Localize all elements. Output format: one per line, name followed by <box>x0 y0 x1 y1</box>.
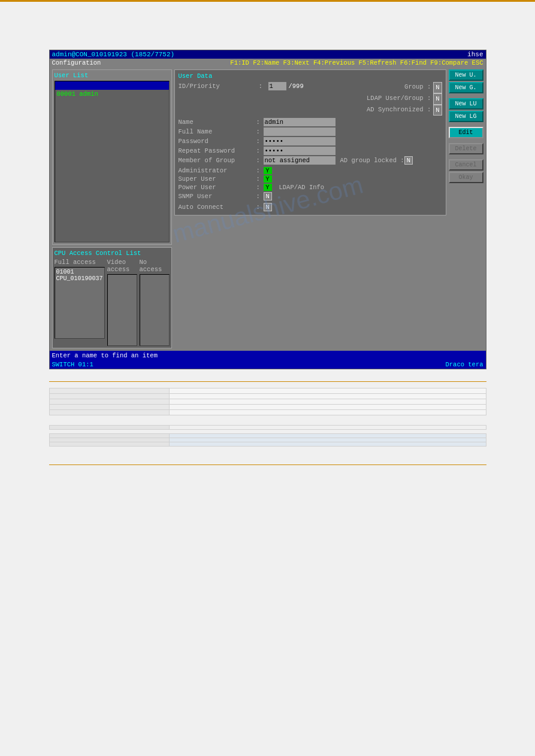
top-decorative-line <box>0 0 535 2</box>
table-row <box>49 399 486 405</box>
fullname-row: Full Name : <box>179 127 442 136</box>
ad-group-locked-value: N <box>404 156 413 165</box>
member-group-input[interactable] <box>264 156 335 165</box>
repeat-password-label: Repeat Password <box>179 147 256 154</box>
administrator-label: Administrator <box>179 167 256 174</box>
member-group-row: Member of Group : AD group locked : N <box>179 156 442 165</box>
ad-group-locked-label: AD group locked : <box>340 157 404 164</box>
table-row <box>49 410 486 415</box>
id-input[interactable] <box>268 82 286 90</box>
table-row <box>49 442 486 447</box>
bottom-orange-line <box>49 381 486 382</box>
user-list-section: User List 00001 admin <box>52 69 172 245</box>
acl-full-access-label: Full access <box>55 259 105 266</box>
user-data-section: User Data ID/Priority : /999 Group : <box>174 69 446 215</box>
ad-row: AD Synchronized : N <box>367 105 442 116</box>
table-row <box>49 438 486 442</box>
super-user-label: Super User <box>179 175 256 183</box>
table-row <box>49 394 486 399</box>
table-row <box>49 434 486 438</box>
administrator-value[interactable]: Y <box>264 167 272 174</box>
snmp-user-row: SNMP User : N <box>179 192 442 201</box>
power-user-value[interactable]: Y <box>264 184 272 191</box>
user-list-label: User List <box>55 72 170 79</box>
menu-bar: Configuration F1:ID F2:Name F3:Next F4:P… <box>50 59 486 67</box>
id-left: ID/Priority : /999 <box>179 82 304 90</box>
acl-no-access-col: No access <box>140 259 170 346</box>
cpu-acl-section: CPU Access Control List Full access 0100… <box>52 247 172 348</box>
table-row <box>49 426 486 430</box>
below-table-1 <box>49 388 486 415</box>
device-info: Draco tera <box>445 361 483 368</box>
snmp-user-value[interactable]: N <box>264 192 272 201</box>
left-panel: User List 00001 admin CPU Access Control… <box>52 69 172 348</box>
cpu-acl-content: Full access 01001 CPU_010190037 Video ac… <box>55 259 170 346</box>
status-bar: SWITCH 01:1 Draco tera <box>50 360 486 369</box>
id-max: /999 <box>289 83 304 90</box>
table-row <box>49 388 486 394</box>
menu-shortcuts: F1:ID F2:Name F3:Next F4:Previous F5:Ref… <box>230 59 483 66</box>
user-list-box[interactable]: 00001 admin <box>55 81 170 242</box>
password-label: Password <box>179 138 256 145</box>
below-terminal-section <box>49 381 486 465</box>
below-table-3 <box>49 433 486 447</box>
repeat-password-row: Repeat Password : <box>179 147 442 155</box>
repeat-password-input[interactable] <box>264 147 335 155</box>
auto-connect-row: Auto Connect : N <box>179 203 442 211</box>
cancel-button[interactable]: Cancel <box>449 159 483 171</box>
snmp-user-label: SNMP User <box>179 193 256 200</box>
acl-no-access-label: No access <box>140 259 170 273</box>
auto-connect-label: Auto Connect <box>179 204 256 211</box>
fullname-label: Full Name <box>179 128 256 135</box>
ldap-value: N <box>433 93 442 105</box>
new-lu-button[interactable]: New LU <box>449 98 483 110</box>
title-bar: admin@CON_010191923 (1852/7752) ihse <box>50 50 486 59</box>
delete-button[interactable]: Delete <box>449 143 483 154</box>
acl-full-access-item[interactable]: 01001 CPU_010190037 <box>56 269 103 282</box>
table-row <box>49 405 486 410</box>
group-label: Group : <box>404 82 431 93</box>
acl-video-access-label: Video access <box>107 259 137 273</box>
ldap-label: LDAP User/Group : <box>367 93 431 105</box>
acl-video-access-box[interactable] <box>107 274 137 346</box>
user-list-item[interactable]: 00001 admin <box>55 90 169 98</box>
new-lg-button[interactable]: New LG <box>449 111 483 122</box>
new-u-button[interactable]: New U. <box>449 69 483 81</box>
fullname-input[interactable] <box>264 127 335 136</box>
name-input[interactable] <box>264 118 335 126</box>
id-priority-row: ID/Priority : /999 Group : N LDAP User <box>179 82 442 116</box>
group-value: N <box>433 82 442 93</box>
page-wrapper: manualshive.com admin@CON_010191923 (185… <box>0 0 535 465</box>
acl-no-access-box[interactable] <box>140 274 170 346</box>
ldap-ad-info-label: LDAP/AD Info <box>279 184 325 191</box>
user-data-title: User Data <box>179 72 442 80</box>
name-row: Name : <box>179 118 442 126</box>
switch-info: SWITCH 01:1 <box>52 361 93 368</box>
edit-button[interactable]: Edit <box>449 127 483 138</box>
super-user-value[interactable]: Y <box>264 175 272 183</box>
footer-line <box>49 464 486 465</box>
name-label: Name <box>179 119 256 126</box>
member-group-label: Member of Group <box>179 157 256 164</box>
password-row: Password : <box>179 137 442 145</box>
id-right-group-info: Group : N LDAP User/Group : N AD Synchro… <box>367 82 442 116</box>
power-user-row: Power User : Y LDAP/AD Info <box>179 184 442 191</box>
super-user-row: Super User : Y <box>179 175 442 183</box>
bottom-message-bar: Enter a name to find an item <box>50 351 486 360</box>
okay-button[interactable]: Okay <box>449 172 483 183</box>
password-input[interactable] <box>264 137 335 145</box>
ad-label: AD Synchronized : <box>367 105 431 116</box>
user-list-selected-item[interactable] <box>55 81 169 90</box>
acl-full-access-col: Full access 01001 CPU_010190037 <box>55 259 105 346</box>
acl-video-access-col: Video access <box>107 259 137 346</box>
administrator-row: Administrator : Y <box>179 167 442 174</box>
auto-connect-value[interactable]: N <box>264 203 272 211</box>
title-left: admin@CON_010191923 (1852/7752) <box>52 51 175 58</box>
acl-full-access-box[interactable]: 01001 CPU_010190037 <box>55 267 105 339</box>
below-table-2 <box>49 425 486 430</box>
main-content: User List 00001 admin CPU Access Control… <box>50 67 486 351</box>
new-g-button[interactable]: New G. <box>449 82 483 93</box>
terminal-window: manualshive.com admin@CON_010191923 (185… <box>49 50 486 369</box>
ldap-row: LDAP User/Group : N <box>367 93 442 105</box>
ad-value: N <box>433 105 442 116</box>
